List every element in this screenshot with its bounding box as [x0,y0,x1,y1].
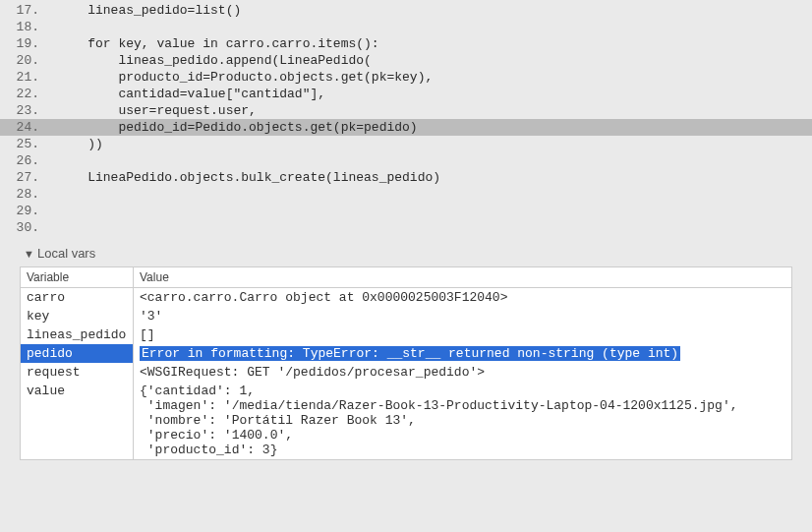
line-content: LineaPedido.objects.bulk_create(lineas_p… [57,169,812,186]
code-line: 19. for key, value in carro.carro.items(… [0,35,812,52]
code-line: 27. LineaPedido.objects.bulk_create(line… [0,169,812,186]
line-number: 19. [0,35,57,52]
var-value: <WSGIRequest: GET '/pedidos/procesar_ped… [134,363,792,382]
line-number: 21. [0,69,57,86]
line-number: 17. [0,2,57,19]
col-variable: Variable [21,267,134,288]
code-line: 30. [0,219,812,236]
code-line: 20. lineas_pedido.append(LineaPedido( [0,52,812,69]
line-number: 25. [0,136,57,152]
table-row[interactable]: carro<carro.carro.Carro object at 0x0000… [21,288,792,308]
var-value: Error in formatting: TypeError: __str__ … [134,344,792,363]
line-number: 20. [0,52,57,69]
line-content: pedido_id=Pedido.objects.get(pk=pedido) [57,119,812,136]
col-value: Value [134,267,792,288]
line-content: lineas_pedido=list() [57,2,812,19]
line-content: producto_id=Producto.objects.get(pk=key)… [57,69,812,86]
var-name: lineas_pedido [21,325,134,344]
local-vars-toggle[interactable]: Local vars [0,242,812,266]
code-line: 23. user=request.user, [0,102,812,119]
line-number: 22. [0,86,57,102]
error-value: Error in formatting: TypeError: __str__ … [140,346,680,361]
code-line: 21. producto_id=Producto.objects.get(pk=… [0,69,812,86]
table-row[interactable]: lineas_pedido[] [21,325,792,344]
local-vars-tbody: carro<carro.carro.Carro object at 0x0000… [21,288,792,460]
line-content [57,186,812,203]
var-value: {'cantidad': 1, 'imagen': '/media/tienda… [134,382,792,460]
var-value: [] [134,325,792,344]
line-content: user=request.user, [57,102,812,119]
var-value: '3' [134,307,792,325]
line-content [57,19,812,35]
line-content: lineas_pedido.append(LineaPedido( [57,52,812,69]
var-name: carro [21,288,134,308]
table-row[interactable]: request<WSGIRequest: GET '/pedidos/proce… [21,363,792,382]
code-line: 29. [0,203,812,219]
line-content [57,219,812,236]
code-line: 24. pedido_id=Pedido.objects.get(pk=pedi… [0,119,812,136]
var-name: key [21,307,134,325]
code-line: 18. [0,19,812,35]
code-line: 25. )) [0,136,812,152]
local-vars-section: Local vars Variable Value carro<carro.ca… [0,242,812,460]
line-content [57,152,812,169]
code-line: 17. lineas_pedido=list() [0,2,812,19]
line-content: cantidad=value["cantidad"], [57,86,812,102]
var-name: pedido [21,344,134,363]
code-line: 28. [0,186,812,203]
code-line: 26. [0,152,812,169]
table-row[interactable]: value{'cantidad': 1, 'imagen': '/media/t… [21,382,792,460]
line-number: 26. [0,152,57,169]
var-name: value [21,382,134,460]
line-number: 30. [0,219,57,236]
code-block: 17. lineas_pedido=list()18.19. for key, … [0,0,812,236]
code-line: 22. cantidad=value["cantidad"], [0,86,812,102]
line-number: 18. [0,19,57,35]
line-number: 28. [0,186,57,203]
table-row[interactable]: pedidoError in formatting: TypeError: __… [21,344,792,363]
local-vars-table: Variable Value carro<carro.carro.Carro o… [20,266,792,460]
line-content [57,203,812,219]
line-number: 27. [0,169,57,186]
line-number: 29. [0,203,57,219]
table-row[interactable]: key'3' [21,307,792,325]
var-name: request [21,363,134,382]
line-number: 24. [0,119,57,136]
line-number: 23. [0,102,57,119]
line-content: )) [57,136,812,152]
var-value: <carro.carro.Carro object at 0x000002500… [134,288,792,308]
line-content: for key, value in carro.carro.items(): [57,35,812,52]
